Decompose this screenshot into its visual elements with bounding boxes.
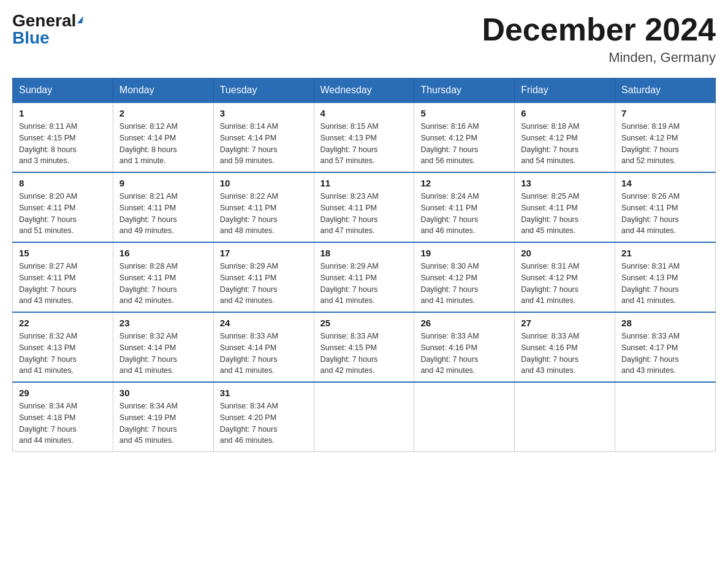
calendar-title: December 2024 bbox=[482, 12, 716, 47]
calendar-table: Sunday Monday Tuesday Wednesday Thursday… bbox=[12, 78, 716, 452]
calendar-week-2: 8 Sunrise: 8:20 AMSunset: 4:11 PMDayligh… bbox=[13, 172, 716, 242]
calendar-body: 1 Sunrise: 8:11 AMSunset: 4:15 PMDayligh… bbox=[13, 102, 716, 452]
day-number: 14 bbox=[621, 178, 709, 188]
calendar-cell: 24 Sunrise: 8:33 AMSunset: 4:14 PMDaylig… bbox=[213, 312, 314, 382]
day-info: Sunrise: 8:20 AMSunset: 4:11 PMDaylight:… bbox=[19, 191, 107, 237]
calendar-cell: 18 Sunrise: 8:29 AMSunset: 4:11 PMDaylig… bbox=[314, 242, 414, 312]
day-number: 29 bbox=[19, 388, 107, 398]
day-info: Sunrise: 8:25 AMSunset: 4:11 PMDaylight:… bbox=[521, 191, 609, 237]
day-info: Sunrise: 8:23 AMSunset: 4:11 PMDaylight:… bbox=[320, 191, 408, 237]
day-number: 1 bbox=[19, 108, 107, 118]
day-number: 10 bbox=[220, 178, 308, 188]
logo-triangle-icon bbox=[77, 16, 83, 23]
day-number: 12 bbox=[420, 178, 508, 188]
calendar-cell: 17 Sunrise: 8:29 AMSunset: 4:11 PMDaylig… bbox=[213, 242, 314, 312]
day-info: Sunrise: 8:33 AMSunset: 4:17 PMDaylight:… bbox=[621, 331, 709, 377]
calendar-cell: 13 Sunrise: 8:25 AMSunset: 4:11 PMDaylig… bbox=[515, 172, 615, 242]
calendar-cell: 4 Sunrise: 8:15 AMSunset: 4:13 PMDayligh… bbox=[314, 102, 414, 172]
header-sunday: Sunday bbox=[13, 79, 113, 103]
day-info: Sunrise: 8:14 AMSunset: 4:14 PMDaylight:… bbox=[220, 121, 308, 167]
calendar-week-3: 15 Sunrise: 8:27 AMSunset: 4:11 PMDaylig… bbox=[13, 242, 716, 312]
day-number: 15 bbox=[19, 248, 107, 258]
day-info: Sunrise: 8:33 AMSunset: 4:15 PMDaylight:… bbox=[320, 331, 408, 377]
day-info: Sunrise: 8:28 AMSunset: 4:11 PMDaylight:… bbox=[119, 261, 207, 307]
calendar-cell: 5 Sunrise: 8:16 AMSunset: 4:12 PMDayligh… bbox=[414, 102, 515, 172]
day-number: 22 bbox=[19, 318, 107, 328]
calendar-cell: 1 Sunrise: 8:11 AMSunset: 4:15 PMDayligh… bbox=[13, 102, 113, 172]
day-info: Sunrise: 8:29 AMSunset: 4:11 PMDaylight:… bbox=[220, 261, 308, 307]
day-info: Sunrise: 8:24 AMSunset: 4:11 PMDaylight:… bbox=[420, 191, 508, 237]
calendar-cell: 30 Sunrise: 8:34 AMSunset: 4:19 PMDaylig… bbox=[113, 382, 213, 452]
day-info: Sunrise: 8:30 AMSunset: 4:12 PMDaylight:… bbox=[420, 261, 508, 307]
calendar-cell: 19 Sunrise: 8:30 AMSunset: 4:12 PMDaylig… bbox=[414, 242, 515, 312]
day-info: Sunrise: 8:12 AMSunset: 4:14 PMDaylight:… bbox=[119, 121, 207, 167]
day-number: 6 bbox=[521, 108, 609, 118]
day-number: 19 bbox=[420, 248, 508, 258]
calendar-cell: 11 Sunrise: 8:23 AMSunset: 4:11 PMDaylig… bbox=[314, 172, 414, 242]
day-number: 9 bbox=[119, 178, 207, 188]
header-tuesday: Tuesday bbox=[213, 79, 314, 103]
logo-general-text: General bbox=[12, 12, 76, 29]
day-info: Sunrise: 8:33 AMSunset: 4:16 PMDaylight:… bbox=[521, 331, 609, 377]
day-number: 30 bbox=[119, 388, 207, 398]
day-info: Sunrise: 8:22 AMSunset: 4:11 PMDaylight:… bbox=[220, 191, 308, 237]
day-info: Sunrise: 8:34 AMSunset: 4:20 PMDaylight:… bbox=[220, 400, 308, 446]
calendar-cell: 3 Sunrise: 8:14 AMSunset: 4:14 PMDayligh… bbox=[213, 102, 314, 172]
calendar-cell: 31 Sunrise: 8:34 AMSunset: 4:20 PMDaylig… bbox=[213, 382, 314, 452]
day-info: Sunrise: 8:33 AMSunset: 4:14 PMDaylight:… bbox=[220, 331, 308, 377]
calendar-cell: 28 Sunrise: 8:33 AMSunset: 4:17 PMDaylig… bbox=[615, 312, 716, 382]
day-info: Sunrise: 8:31 AMSunset: 4:12 PMDaylight:… bbox=[521, 261, 609, 307]
day-number: 26 bbox=[420, 318, 508, 328]
day-number: 4 bbox=[320, 108, 408, 118]
calendar-week-1: 1 Sunrise: 8:11 AMSunset: 4:15 PMDayligh… bbox=[13, 102, 716, 172]
day-number: 2 bbox=[119, 108, 207, 118]
calendar-header: Sunday Monday Tuesday Wednesday Thursday… bbox=[13, 79, 716, 103]
day-number: 31 bbox=[220, 388, 308, 398]
calendar-subtitle: Minden, Germany bbox=[482, 50, 716, 66]
calendar-cell: 16 Sunrise: 8:28 AMSunset: 4:11 PMDaylig… bbox=[113, 242, 213, 312]
calendar-cell: 15 Sunrise: 8:27 AMSunset: 4:11 PMDaylig… bbox=[13, 242, 113, 312]
day-number: 16 bbox=[119, 248, 207, 258]
day-number: 5 bbox=[420, 108, 508, 118]
day-number: 25 bbox=[320, 318, 408, 328]
day-number: 27 bbox=[521, 318, 609, 328]
calendar-cell: 7 Sunrise: 8:19 AMSunset: 4:12 PMDayligh… bbox=[615, 102, 716, 172]
header-friday: Friday bbox=[515, 79, 615, 103]
header-saturday: Saturday bbox=[615, 79, 716, 103]
header-wednesday: Wednesday bbox=[314, 79, 414, 103]
day-info: Sunrise: 8:15 AMSunset: 4:13 PMDaylight:… bbox=[320, 121, 408, 167]
day-info: Sunrise: 8:19 AMSunset: 4:12 PMDaylight:… bbox=[621, 121, 709, 167]
day-number: 8 bbox=[19, 178, 107, 188]
day-number: 28 bbox=[621, 318, 709, 328]
day-number: 18 bbox=[320, 248, 408, 258]
day-number: 20 bbox=[521, 248, 609, 258]
calendar-cell: 2 Sunrise: 8:12 AMSunset: 4:14 PMDayligh… bbox=[113, 102, 213, 172]
calendar-cell: 29 Sunrise: 8:34 AMSunset: 4:18 PMDaylig… bbox=[13, 382, 113, 452]
day-number: 13 bbox=[521, 178, 609, 188]
day-info: Sunrise: 8:34 AMSunset: 4:18 PMDaylight:… bbox=[19, 400, 107, 446]
calendar-cell: 25 Sunrise: 8:33 AMSunset: 4:15 PMDaylig… bbox=[314, 312, 414, 382]
header-row: Sunday Monday Tuesday Wednesday Thursday… bbox=[13, 79, 716, 103]
day-number: 24 bbox=[220, 318, 308, 328]
calendar-cell: 10 Sunrise: 8:22 AMSunset: 4:11 PMDaylig… bbox=[213, 172, 314, 242]
day-info: Sunrise: 8:16 AMSunset: 4:12 PMDaylight:… bbox=[420, 121, 508, 167]
day-number: 23 bbox=[119, 318, 207, 328]
day-number: 21 bbox=[621, 248, 709, 258]
calendar-cell: 12 Sunrise: 8:24 AMSunset: 4:11 PMDaylig… bbox=[414, 172, 515, 242]
day-info: Sunrise: 8:27 AMSunset: 4:11 PMDaylight:… bbox=[19, 261, 107, 307]
calendar-cell: 8 Sunrise: 8:20 AMSunset: 4:11 PMDayligh… bbox=[13, 172, 113, 242]
logo-blue-text: Blue bbox=[12, 29, 50, 47]
calendar-week-5: 29 Sunrise: 8:34 AMSunset: 4:18 PMDaylig… bbox=[13, 382, 716, 452]
title-section: December 2024 Minden, Germany bbox=[482, 12, 716, 66]
day-info: Sunrise: 8:32 AMSunset: 4:13 PMDaylight:… bbox=[19, 331, 107, 377]
calendar-cell bbox=[314, 382, 414, 452]
header-monday: Monday bbox=[113, 79, 213, 103]
logo: General Blue bbox=[12, 12, 83, 47]
calendar-week-4: 22 Sunrise: 8:32 AMSunset: 4:13 PMDaylig… bbox=[13, 312, 716, 382]
day-info: Sunrise: 8:34 AMSunset: 4:19 PMDaylight:… bbox=[119, 400, 207, 446]
calendar-cell: 22 Sunrise: 8:32 AMSunset: 4:13 PMDaylig… bbox=[13, 312, 113, 382]
day-number: 7 bbox=[621, 108, 709, 118]
day-info: Sunrise: 8:33 AMSunset: 4:16 PMDaylight:… bbox=[420, 331, 508, 377]
day-number: 17 bbox=[220, 248, 308, 258]
calendar-cell bbox=[615, 382, 716, 452]
